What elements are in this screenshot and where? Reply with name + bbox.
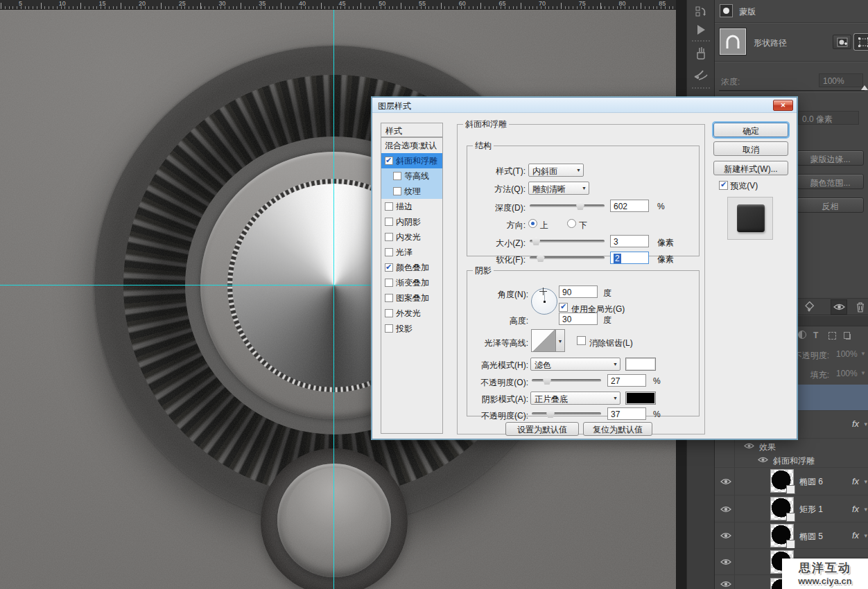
mask-visibility-toggle[interactable] [831, 299, 847, 315]
shadow-opacity-field[interactable]: 37 [607, 407, 646, 420]
anti-alias-checkbox[interactable] [577, 336, 586, 345]
dialog-title-bar[interactable]: 图层样式 ✕ [372, 98, 797, 113]
fx-badge[interactable]: fx [852, 530, 859, 540]
layer-thumbnail[interactable] [770, 524, 794, 547]
mask-edge-button[interactable]: 蒙版边缘... [797, 150, 864, 166]
shadow-opacity-slider[interactable] [532, 412, 601, 415]
opacity-dropdown-arrow[interactable]: ▼ [860, 351, 866, 357]
highlight-opacity-thumb[interactable] [543, 376, 551, 385]
checkbox-icon[interactable] [393, 187, 401, 195]
layer-eye-icon[interactable] [720, 558, 731, 566]
density-value[interactable]: 100% [819, 73, 863, 87]
close-icon[interactable]: ✕ [773, 100, 793, 111]
shape-path-mask-thumbnail[interactable] [720, 28, 746, 55]
fx-badge[interactable]: fx [852, 419, 859, 429]
feather-value[interactable]: 0.0 像素 [798, 111, 859, 125]
style-item-texture[interactable]: 纹理 [381, 184, 442, 199]
soften-slider-thumb[interactable] [537, 254, 545, 262]
depth-slider-thumb[interactable] [576, 202, 584, 210]
checkbox-icon[interactable] [385, 202, 393, 211]
layer-row[interactable]: 椭圆 6 fx ▾ [715, 467, 868, 495]
style-item-drop-shadow[interactable]: 投影 [381, 321, 442, 336]
layer-eye-icon[interactable] [720, 505, 731, 513]
style-item-gradient-overlay[interactable]: 渐变叠加 [381, 275, 442, 290]
fill-dropdown-arrow[interactable]: ▼ [860, 370, 866, 376]
global-light-checkbox[interactable] [559, 303, 568, 312]
layer-thumbnail[interactable] [770, 469, 794, 493]
checkbox-icon[interactable] [385, 309, 393, 317]
checkbox-icon[interactable] [385, 248, 393, 256]
cancel-button[interactable]: 取消 [713, 141, 788, 156]
collapse-effects-icon[interactable]: ▾ [864, 506, 867, 513]
filter-type-icon[interactable]: T [813, 331, 818, 340]
layer-eye-icon[interactable] [720, 477, 731, 486]
effects-row[interactable]: 效果 [715, 438, 868, 452]
highlight-opacity-field[interactable]: 27 [607, 374, 646, 387]
ok-button[interactable]: 确定 [713, 123, 788, 137]
collapse-effects-icon[interactable]: ▾ [864, 532, 867, 539]
style-select[interactable]: 内斜面 [528, 164, 584, 177]
direction-down-radio[interactable] [567, 219, 576, 228]
angle-field[interactable]: 90 [559, 285, 598, 298]
collapse-effects-icon[interactable]: ▾ [864, 478, 867, 485]
checkbox-icon[interactable] [385, 218, 393, 226]
effect-item-row[interactable]: 斜面和浮雕 [715, 452, 868, 467]
checkbox-icon[interactable] [393, 172, 401, 180]
depth-field[interactable]: 602 [610, 200, 649, 212]
preview-option[interactable]: 预览(V) [719, 180, 758, 192]
soften-slider[interactable] [530, 256, 605, 259]
apply-mask-icon[interactable] [804, 301, 815, 313]
density-slider[interactable] [719, 90, 865, 92]
gloss-contour-dropdown-arrow[interactable]: ▼ [556, 329, 565, 352]
style-item-satin[interactable]: 光泽 [381, 245, 442, 260]
checkbox-icon[interactable] [385, 233, 393, 241]
brush-presets-panel-icon[interactable] [691, 44, 711, 62]
color-range-button[interactable]: 颜色范围... [797, 174, 864, 189]
layer-eye-icon[interactable] [720, 580, 731, 588]
effects-eye-icon[interactable] [744, 442, 754, 450]
style-item-outer-glow[interactable]: 外发光 [381, 306, 442, 321]
collapse-effects-icon[interactable]: ▾ [864, 421, 867, 428]
style-item-bevel-emboss[interactable]: 斜面和浮雕 [381, 153, 442, 168]
shadow-opacity-thumb[interactable] [546, 410, 555, 418]
fill-value[interactable]: 100% [833, 367, 860, 380]
style-item-blending-options[interactable]: 混合选项:默认 [381, 138, 442, 153]
style-item-pattern-overlay[interactable]: 图案叠加 [381, 290, 442, 306]
size-field[interactable]: 3 [610, 235, 649, 247]
effect-eye-icon[interactable] [758, 456, 768, 464]
filter-adjustment-icon[interactable] [798, 331, 806, 339]
checkbox-icon[interactable] [385, 279, 393, 287]
layer-name[interactable]: 矩形 1 [799, 504, 823, 516]
gloss-contour-thumbnail[interactable] [531, 329, 556, 352]
vector-mask-button[interactable] [854, 34, 868, 50]
filter-shape-icon[interactable] [828, 332, 836, 340]
brush-panel-icon[interactable] [691, 65, 711, 83]
size-slider-thumb[interactable] [532, 237, 540, 245]
new-style-button[interactable]: 新建样式(W)... [713, 161, 788, 175]
method-select[interactable]: 雕刻清晰 [528, 182, 589, 195]
layer-row[interactable]: 椭圆 5 fx ▾ [715, 522, 868, 548]
actions-panel-icon[interactable] [691, 21, 711, 39]
layer-thumbnail[interactable] [770, 497, 794, 520]
shadow-mode-select[interactable]: 正片叠底 [530, 392, 620, 405]
checkbox-icon[interactable] [385, 324, 393, 333]
set-default-button[interactable]: 设置为默认值 [505, 422, 579, 436]
style-item-stroke[interactable]: 描边 [381, 199, 442, 214]
style-item-inner-shadow[interactable]: 内阴影 [381, 214, 442, 229]
opacity-value[interactable]: 100% [833, 347, 860, 361]
highlight-color-swatch[interactable] [625, 358, 656, 371]
shadow-color-swatch[interactable] [625, 392, 656, 405]
fx-badge[interactable]: fx [852, 504, 859, 514]
preview-checkbox[interactable] [719, 181, 728, 190]
clone-source-panel-icon[interactable] [691, 3, 711, 21]
altitude-field[interactable]: 30 [559, 313, 598, 325]
density-slider-handle[interactable] [861, 85, 868, 90]
layer-name[interactable]: 椭圆 5 [799, 531, 823, 543]
fx-badge[interactable]: fx [852, 476, 859, 486]
style-item-contour[interactable]: 等高线 [381, 168, 442, 184]
soften-field[interactable]: 2 [610, 252, 649, 264]
delete-mask-icon[interactable] [856, 301, 865, 313]
size-slider[interactable] [530, 240, 605, 243]
layer-row[interactable]: 矩形 1 fx ▾ [715, 495, 868, 522]
style-item-color-overlay[interactable]: 颜色叠加 [381, 260, 442, 275]
